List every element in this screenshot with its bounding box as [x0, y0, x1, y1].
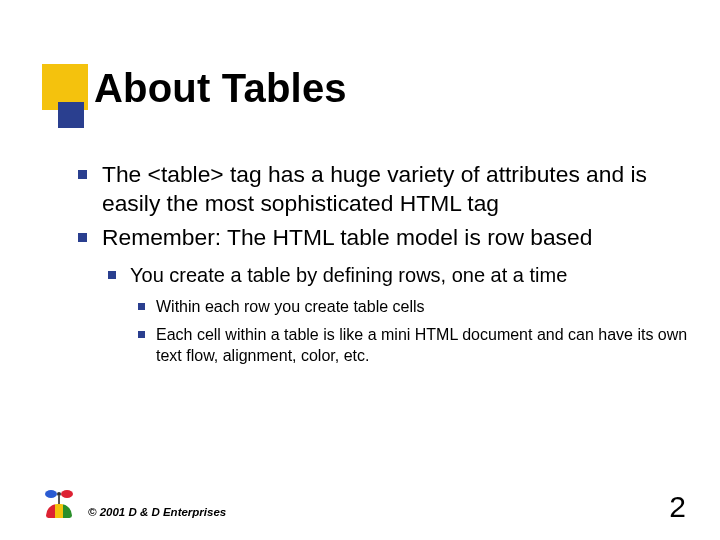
- bullet-sublist: You create a table by defining rows, one…: [102, 262, 690, 367]
- slide-footer: © 2001 D & D Enterprises 2: [0, 474, 720, 524]
- slide-title: About Tables: [94, 66, 347, 111]
- bullet-text: Each cell within a table is like a mini …: [156, 326, 687, 365]
- accent-square-blue: [58, 102, 84, 128]
- bullet-item: Within each row you create table cells: [130, 296, 690, 318]
- bullet-text: You create a table by defining rows, one…: [130, 264, 567, 286]
- beanie-logo-icon: [36, 482, 80, 522]
- bullet-sublist: Within each row you create table cells E…: [130, 296, 690, 367]
- bullet-item: Remember: The HTML table model is row ba…: [74, 223, 690, 367]
- bullet-text: Within each row you create table cells: [156, 298, 425, 315]
- bullet-item: Each cell within a table is like a mini …: [130, 324, 690, 367]
- bullet-item: You create a table by defining rows, one…: [102, 262, 690, 367]
- slide-body: The <table> tag has a huge variety of at…: [74, 160, 690, 375]
- slide: About Tables The <table> tag has a huge …: [0, 0, 720, 540]
- bullet-list: The <table> tag has a huge variety of at…: [74, 160, 690, 367]
- bullet-text: The <table> tag has a huge variety of at…: [102, 161, 647, 216]
- copyright-text: © 2001 D & D Enterprises: [88, 506, 226, 518]
- bullet-text: Remember: The HTML table model is row ba…: [102, 224, 592, 250]
- page-number: 2: [669, 490, 686, 524]
- bullet-item: The <table> tag has a huge variety of at…: [74, 160, 690, 217]
